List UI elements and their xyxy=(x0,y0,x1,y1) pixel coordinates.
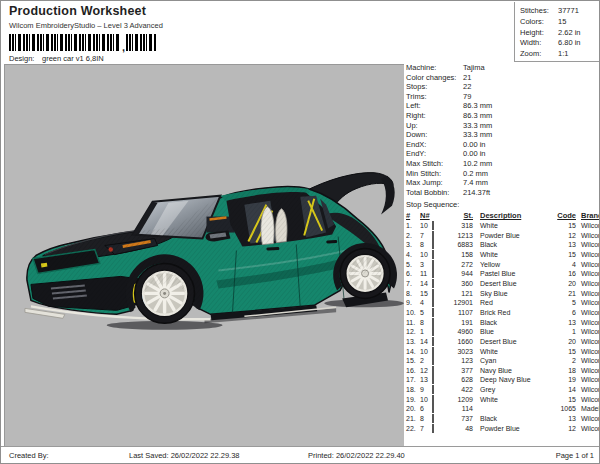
row-stitches: 360 xyxy=(445,279,476,289)
color-swatch xyxy=(432,385,445,395)
row-num: 20. xyxy=(406,404,420,414)
row-stitches: 1213 xyxy=(445,231,476,241)
row-description: White xyxy=(476,347,552,357)
stat-row: Stitches: 37771 xyxy=(520,6,600,17)
table-row: 20. 6 114 1065 Madeira Classic 40 xyxy=(406,404,600,414)
machine-label: Up: xyxy=(406,121,463,131)
row-needle: 1 xyxy=(420,327,432,337)
machine-label: Left: xyxy=(406,101,463,111)
machine-row: Max Jump: 7.4 mm xyxy=(406,178,600,188)
color-swatch xyxy=(432,250,445,260)
row-code: 20 xyxy=(552,337,577,347)
color-swatch xyxy=(432,375,445,385)
stat-label: Colors: xyxy=(520,17,558,28)
row-needle: 8 xyxy=(420,318,432,328)
machine-row: Total Bobbin: 214.37ft xyxy=(406,188,600,198)
table-row: 17. 13 628 Deep Navy Blue 19 Wilcom xyxy=(406,375,600,385)
machine-label: EndX: xyxy=(406,140,463,150)
row-stitches: 377 xyxy=(445,366,476,376)
row-num: 6. xyxy=(406,269,420,279)
color-swatch xyxy=(432,240,445,250)
row-num: 4. xyxy=(406,250,420,260)
design-barcode: , xyxy=(9,34,163,51)
row-stitches: 1209 xyxy=(445,395,476,405)
row-code: 15 xyxy=(552,347,577,357)
row-brand: Wilcom xyxy=(577,240,600,250)
machine-value: 33.3 mm xyxy=(463,121,492,131)
row-stitches: 158 xyxy=(445,250,476,260)
row-brand: Wilcom xyxy=(577,385,600,395)
color-swatch xyxy=(432,279,445,289)
stat-row: Colors: 15 xyxy=(520,17,600,28)
row-description: Blue xyxy=(476,327,552,337)
row-brand: Wilcom xyxy=(577,327,600,337)
machine-value: 33.3 mm xyxy=(463,130,492,140)
row-num: 19. xyxy=(406,395,420,405)
table-row: 11. 8 191 Black 13 Wilcom xyxy=(406,318,600,328)
row-stitches: 628 xyxy=(445,375,476,385)
color-swatch xyxy=(432,308,445,318)
col-num: # xyxy=(406,211,420,221)
design-line: Design: green car v1 6,8IN xyxy=(9,54,163,63)
row-code: 16 xyxy=(552,269,577,279)
color-swatch xyxy=(432,318,445,328)
stat-row: Width: 6.80 in xyxy=(520,38,600,49)
row-brand: Wilcom xyxy=(577,269,600,279)
machine-value: 86.3 mm xyxy=(463,101,492,111)
machine-label: Max Jump: xyxy=(406,178,463,188)
row-num: 16. xyxy=(406,366,420,376)
row-brand: Wilcom xyxy=(577,298,600,308)
table-row: 2. 7 1213 Powder Blue 12 Wilcom xyxy=(406,231,600,241)
stat-value: 1:1 xyxy=(558,49,568,60)
machine-label: Machine: xyxy=(406,63,463,73)
col-description: Description xyxy=(476,211,552,221)
row-stitches: 191 xyxy=(445,318,476,328)
row-code: 21 xyxy=(552,289,577,299)
table-row: 7. 14 360 Desert Blue 20 Wilcom xyxy=(406,279,600,289)
machine-label: Stops: xyxy=(406,82,463,92)
table-row: 21. 8 737 Black 13 Wilcom xyxy=(406,414,600,424)
row-stitches: 6883 xyxy=(445,240,476,250)
row-code: 18 xyxy=(552,366,577,376)
table-row: 13. 14 1660 Desert Blue 20 Wilcom xyxy=(406,337,600,347)
row-description: Desert Blue xyxy=(476,279,552,289)
row-code: 5 xyxy=(552,298,577,308)
table-row: 1. 10 318 White 15 Wilcom xyxy=(406,221,600,231)
row-stitches: 944 xyxy=(445,269,476,279)
table-row: 9. 4 12901 Red 5 Wilcom xyxy=(406,298,600,308)
machine-label: Trims: xyxy=(406,92,463,102)
color-swatch xyxy=(432,298,445,308)
row-num: 14. xyxy=(406,347,420,357)
row-needle: 7 xyxy=(420,424,432,434)
machine-value: 0.00 in xyxy=(463,149,486,159)
table-row: 14. 10 3023 White 15 Wilcom xyxy=(406,347,600,357)
machine-row: Stops: 22 xyxy=(406,82,600,92)
table-row: 22. 7 48 Powder Blue 12 Wilcom xyxy=(406,424,600,434)
row-needle: 4 xyxy=(420,298,432,308)
row-code: 19 xyxy=(552,375,577,385)
machine-value: 7.4 mm xyxy=(463,178,488,188)
machine-value: 21 xyxy=(463,73,471,83)
machine-row: Down: 33.3 mm xyxy=(406,130,600,140)
row-needle: 10 xyxy=(420,221,432,231)
row-code: 13 xyxy=(552,414,577,424)
machine-label: Right: xyxy=(406,111,463,121)
row-description: Cyan xyxy=(476,356,552,366)
color-swatch xyxy=(432,424,445,434)
row-code: 6 xyxy=(552,308,577,318)
row-stitches: 3023 xyxy=(445,347,476,357)
row-num: 21. xyxy=(406,414,420,424)
machine-label: Max Stitch: xyxy=(406,159,463,169)
stat-label: Zoom: xyxy=(520,49,558,60)
row-brand: Wilcom xyxy=(577,279,600,289)
row-code: 15 xyxy=(552,221,577,231)
row-code: 13 xyxy=(552,240,577,250)
color-swatch xyxy=(432,366,445,376)
row-code: 12 xyxy=(552,424,577,434)
row-brand: Wilcom xyxy=(577,250,600,260)
row-brand: Wilcom xyxy=(577,414,600,424)
row-stitches: 422 xyxy=(445,385,476,395)
machine-value: 79 xyxy=(463,92,471,102)
color-swatch xyxy=(432,404,445,414)
app-subtitle: Wilcom EmbroideryStudio – Level 3 Advanc… xyxy=(9,21,163,30)
